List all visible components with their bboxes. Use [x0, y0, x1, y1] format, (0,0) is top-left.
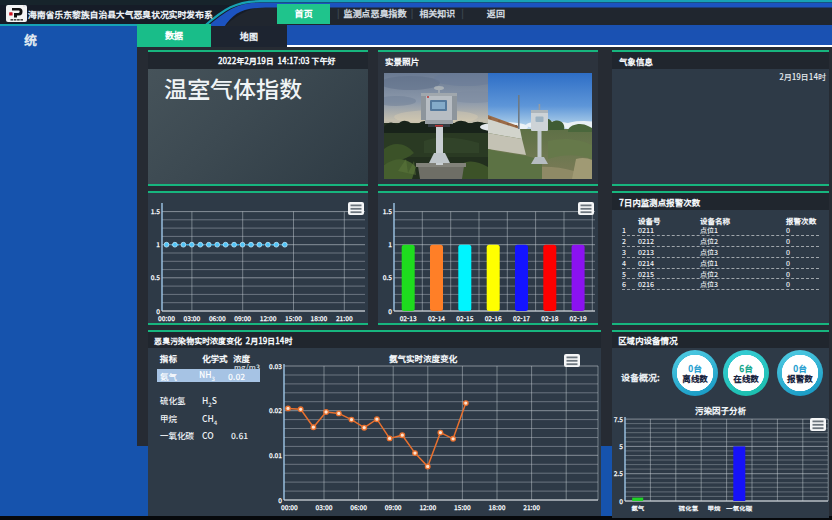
- svg-text:12:00: 12:00: [260, 313, 277, 323]
- svg-text:02-14: 02-14: [428, 313, 445, 323]
- svg-text:2.5: 2.5: [614, 468, 624, 478]
- svg-text:氨气: 氨气: [631, 503, 645, 513]
- svg-text:02-19: 02-19: [570, 313, 587, 323]
- svg-text:02-16: 02-16: [485, 313, 502, 323]
- svg-text:0.02: 0.02: [269, 405, 282, 415]
- svg-text:02-15: 02-15: [456, 313, 473, 323]
- svg-text:18:00: 18:00: [311, 313, 328, 323]
- svg-text:甲烷: 甲烷: [707, 503, 721, 513]
- svg-text:09:00: 09:00: [385, 502, 402, 512]
- svg-text:一氧化碳: 一氧化碳: [725, 503, 753, 513]
- svg-text:7.5: 7.5: [614, 414, 624, 424]
- svg-text:0: 0: [619, 496, 623, 506]
- svg-text:1: 1: [156, 239, 160, 249]
- svg-text:06:00: 06:00: [209, 313, 226, 323]
- svg-text:0.5: 0.5: [151, 272, 161, 282]
- svg-text:1.5: 1.5: [151, 206, 161, 216]
- svg-text:03:00: 03:00: [184, 313, 201, 323]
- svg-text:02-18: 02-18: [541, 313, 558, 323]
- svg-text:18:00: 18:00: [489, 502, 506, 512]
- svg-text:00:00: 00:00: [281, 502, 298, 512]
- svg-text:02-17: 02-17: [513, 313, 530, 323]
- svg-text:12:00: 12:00: [419, 502, 436, 512]
- svg-text:15:00: 15:00: [285, 313, 302, 323]
- svg-text:03:00: 03:00: [316, 502, 333, 512]
- svg-text:1: 1: [388, 239, 392, 249]
- svg-text:氨气实时浓度变化: 氨气实时浓度变化: [388, 352, 458, 364]
- svg-text:15:00: 15:00: [454, 502, 471, 512]
- svg-text:06:00: 06:00: [350, 502, 367, 512]
- svg-text:09:00: 09:00: [234, 313, 251, 323]
- svg-text:5: 5: [618, 441, 623, 451]
- svg-text:0.03: 0.03: [269, 361, 282, 371]
- svg-text:®: ®: [23, 5, 25, 9]
- svg-text:02-13: 02-13: [400, 313, 417, 323]
- svg-text:1.5: 1.5: [383, 206, 393, 216]
- svg-text:21:00: 21:00: [336, 313, 353, 323]
- svg-text:21:00: 21:00: [523, 502, 540, 512]
- svg-text:硫化氢: 硫化氢: [678, 503, 699, 513]
- svg-text:0: 0: [388, 306, 392, 316]
- svg-text:0.01: 0.01: [269, 450, 282, 460]
- svg-text:0.5: 0.5: [383, 272, 393, 282]
- svg-text:00:00: 00:00: [158, 313, 175, 323]
